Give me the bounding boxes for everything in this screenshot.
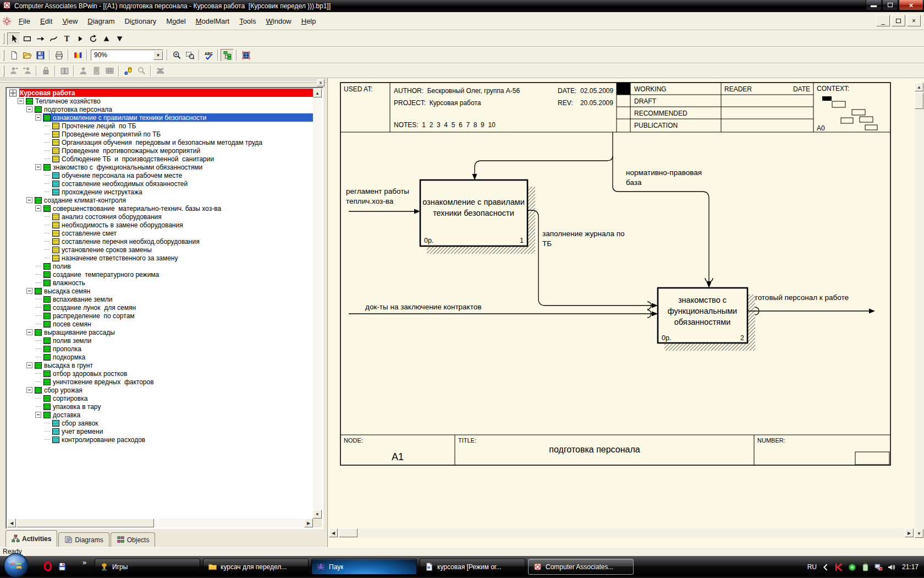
chevron-left-icon[interactable] bbox=[821, 563, 831, 572]
tree-expand-toggle[interactable] bbox=[26, 288, 32, 294]
taskbar-button-2[interactable]: курсач для передел... bbox=[203, 559, 309, 575]
tree-item[interactable]: установление сроков замены bbox=[7, 246, 313, 254]
tree-item[interactable]: посев семян bbox=[7, 320, 313, 328]
menu-help[interactable]: Help bbox=[296, 15, 321, 28]
spell-check-button[interactable]: ABC bbox=[202, 49, 215, 62]
power-icon[interactable] bbox=[861, 563, 870, 572]
scroll-thumb[interactable] bbox=[16, 519, 154, 527]
tree-item[interactable]: Соблюдение ТБ и производственной санитар… bbox=[7, 155, 313, 163]
tab-diagrams[interactable]: Diagrams bbox=[58, 532, 109, 547]
tree-item[interactable]: учет времени bbox=[7, 427, 313, 435]
tree-expand-toggle[interactable] bbox=[35, 205, 41, 211]
tree-item[interactable]: составление необходимых обязанностей bbox=[7, 179, 313, 188]
tab-activities[interactable]: Activities bbox=[6, 530, 57, 547]
tree-horizontal-scrollbar[interactable]: ◀ ▶ bbox=[7, 519, 313, 527]
drilldown-tool-button[interactable] bbox=[73, 32, 86, 45]
tree-expand-toggle[interactable] bbox=[26, 362, 32, 368]
tree-item[interactable]: Организация обучения передовым и безопас… bbox=[7, 138, 313, 146]
zoom-window-button[interactable] bbox=[183, 49, 196, 62]
tree-item[interactable]: уничтожение вредных факторов bbox=[7, 378, 313, 386]
tab-objects[interactable]: Objects bbox=[111, 532, 156, 547]
tree-item[interactable]: создание температурного режима bbox=[7, 270, 313, 279]
mdi-restore-button[interactable] bbox=[892, 15, 905, 26]
taskbar-button-5[interactable]: Computer Associates... bbox=[528, 559, 634, 575]
tree-expand-toggle[interactable] bbox=[35, 114, 41, 121]
tree-item[interactable]: распределение по сортам bbox=[7, 312, 313, 320]
tree-expand-toggle[interactable] bbox=[26, 197, 32, 203]
squiggle-tool-button[interactable] bbox=[47, 32, 60, 45]
tree-item[interactable]: создание климат-контроля bbox=[7, 196, 313, 204]
scroll-thumb[interactable] bbox=[915, 92, 923, 109]
save-file-button[interactable] bbox=[34, 49, 47, 62]
scroll-down-button[interactable]: ▼ bbox=[915, 529, 923, 538]
tree-item[interactable]: сортировка bbox=[7, 394, 313, 402]
diagram-horizontal-scrollbar[interactable]: ◀ ▶ bbox=[329, 528, 914, 538]
print-button[interactable] bbox=[52, 49, 65, 62]
tree-item[interactable]: прополка bbox=[7, 345, 313, 353]
network-icon[interactable] bbox=[874, 563, 883, 572]
scroll-up-button[interactable]: ▲ bbox=[915, 83, 923, 91]
model-explorer-button[interactable] bbox=[221, 49, 234, 62]
model-explorer-close-button[interactable]: x bbox=[317, 79, 324, 86]
toolbar-grip[interactable] bbox=[3, 33, 4, 44]
menu-window[interactable]: Window bbox=[261, 15, 296, 28]
menu-file[interactable]: File bbox=[14, 15, 35, 28]
tree-item[interactable]: сбор урожая bbox=[7, 386, 313, 394]
menu-modelmart[interactable]: ModelMart bbox=[191, 15, 234, 28]
tree-item[interactable]: Прочтение леций по ТБ bbox=[7, 122, 313, 130]
tree-item[interactable]: Курсовая работа bbox=[7, 89, 313, 97]
agent-icon[interactable] bbox=[848, 563, 857, 572]
tree-item[interactable]: совершенствование материально-технич. ба… bbox=[7, 204, 313, 212]
diagram-vertical-scrollbar[interactable]: ▲ ▼ bbox=[915, 83, 924, 538]
menu-diagram[interactable]: Diagram bbox=[82, 15, 119, 28]
tree-item[interactable]: высадка в грунт bbox=[7, 361, 313, 369]
tree-item[interactable]: полив земли bbox=[7, 336, 313, 345]
tree-item[interactable]: вспахивание земли bbox=[7, 295, 313, 303]
tree-item[interactable]: ознакомление с правилами техники безопас… bbox=[7, 113, 313, 122]
language-indicator[interactable]: RU bbox=[807, 563, 817, 571]
scroll-right-button[interactable]: ▶ bbox=[304, 519, 313, 527]
tree-item[interactable]: прохождение инструктажа bbox=[7, 188, 313, 196]
minimize-button[interactable]: ▬ bbox=[866, 0, 882, 10]
tree-expand-toggle[interactable] bbox=[26, 329, 32, 335]
mdi-minimize-button[interactable]: _ bbox=[876, 15, 890, 26]
scroll-thumb[interactable] bbox=[339, 528, 358, 537]
text-tool-button[interactable]: T bbox=[60, 32, 73, 45]
tree-item[interactable]: высадка семян bbox=[7, 287, 313, 295]
scroll-down-button[interactable]: ▼ bbox=[313, 510, 322, 519]
menu-view[interactable]: View bbox=[57, 15, 82, 28]
toolbar-grip[interactable] bbox=[3, 66, 4, 77]
menu-dictionary[interactable]: Dictionary bbox=[119, 15, 161, 28]
tree-expand-toggle[interactable] bbox=[35, 412, 41, 418]
tree-item[interactable]: контролирование расходов bbox=[7, 435, 313, 444]
start-button[interactable] bbox=[3, 553, 29, 578]
tree-item[interactable]: подкормка bbox=[7, 353, 313, 361]
close-button[interactable]: × bbox=[899, 0, 923, 10]
taskbar-button-1[interactable]: Игры bbox=[95, 559, 200, 575]
tree-expand-toggle[interactable] bbox=[18, 98, 24, 104]
quick-launch-overflow[interactable]: » bbox=[82, 558, 86, 566]
mdi-close-button[interactable]: × bbox=[907, 15, 921, 26]
tree-item[interactable]: назначение ответственного за замену bbox=[7, 254, 313, 262]
zoom-in-button[interactable] bbox=[170, 49, 183, 62]
tree-item[interactable]: Тепличное хозяйство bbox=[7, 97, 313, 105]
tree-expand-toggle[interactable] bbox=[26, 106, 32, 112]
tree-item[interactable]: подготовка персонала bbox=[7, 105, 313, 113]
tree-item[interactable]: отбор здоровых ростков bbox=[7, 369, 313, 378]
tree-item[interactable]: сбор заявок bbox=[7, 419, 313, 427]
tree-item[interactable]: упаковка в тару bbox=[7, 402, 313, 411]
sibling-tool-button[interactable] bbox=[86, 32, 100, 45]
menu-edit[interactable]: Edit bbox=[35, 15, 57, 28]
floppy-icon[interactable] bbox=[57, 561, 67, 574]
down-tool-button[interactable] bbox=[113, 32, 126, 45]
scroll-left-button[interactable]: ◀ bbox=[7, 519, 16, 527]
toolbar-grip[interactable] bbox=[3, 50, 4, 61]
tree-item[interactable]: создание лунок для семян bbox=[7, 303, 313, 312]
tree-item[interactable]: доставка bbox=[7, 411, 313, 419]
tree-vertical-scrollbar[interactable]: ▲ ▼ bbox=[313, 89, 322, 519]
taskbar-button-3[interactable]: Паук bbox=[311, 559, 417, 575]
tree-item[interactable]: составление смет bbox=[7, 229, 313, 237]
tree-item[interactable]: Проведение противопожарных мероприятий bbox=[7, 146, 313, 155]
zoom-combobox[interactable]: 90%▼ bbox=[91, 50, 163, 61]
new-file-button[interactable] bbox=[7, 49, 20, 62]
